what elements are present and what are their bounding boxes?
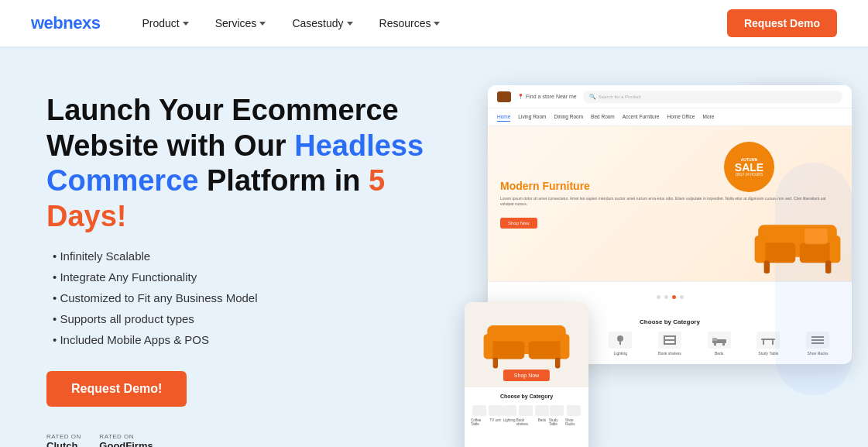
- bookshelves-icon: [658, 332, 681, 349]
- hero-right-mockups: + 📍 Find a store Near me 🔍 Search for a …: [465, 85, 837, 447]
- svg-rect-25: [674, 335, 676, 345]
- mobile-icon-1: Coffee Table: [471, 405, 489, 426]
- svg-rect-20: [619, 342, 621, 345]
- svg-rect-22: [664, 339, 676, 341]
- nav-item-services[interactable]: Services: [204, 11, 277, 36]
- mobile-cat-label-2: TV unit: [490, 418, 501, 422]
- bullet-2: Integrate Any Functionality: [46, 270, 449, 284]
- cat-beds[interactable]: Beds: [708, 332, 731, 356]
- svg-rect-23: [664, 343, 676, 345]
- svg-rect-21: [664, 335, 676, 337]
- bullet-1: Infinitely Scalable: [46, 249, 449, 263]
- mobile-icon-box-5: [535, 405, 549, 416]
- clutch-name: Clutch: [46, 440, 77, 447]
- svg-rect-42: [555, 358, 560, 369]
- mobile-shop-now-button[interactable]: Shop Now: [503, 370, 550, 381]
- sale-badge: AUTUMN SALE ONLY 24 HOURS: [724, 142, 774, 192]
- mobile-sofa-area: Shop Now: [465, 302, 588, 387]
- hero-left: Launch Your Ecommerce Website with Our H…: [46, 85, 449, 447]
- chevron-down-icon: [434, 22, 440, 26]
- nav-item-resources[interactable]: Resources: [369, 11, 451, 36]
- nav-item-casestudy[interactable]: Casestudy: [281, 11, 363, 36]
- mobile-cat-label-5: Beds: [538, 418, 546, 422]
- navbar: webnexs Product Services Casestudy Resou…: [0, 0, 868, 46]
- mockup-nav-bed[interactable]: Bed Room: [591, 112, 615, 122]
- svg-rect-40: [560, 334, 569, 359]
- svg-rect-41: [493, 358, 498, 369]
- mockup-topbar: 📍 Find a store Near me 🔍 Search for a Pr…: [488, 85, 852, 108]
- mobile-category-section: Choose by Category Coffee Table TV unit …: [465, 387, 588, 435]
- mobile-cat-label-7: Shoe Racks: [565, 418, 582, 426]
- cat-lighting[interactable]: Lighting: [609, 332, 632, 356]
- bullet-4: Supports all product types: [46, 312, 449, 325]
- svg-point-19: [617, 335, 623, 342]
- dot-4[interactable]: [680, 295, 684, 299]
- nav-request-demo-button[interactable]: Request Demo: [727, 9, 837, 37]
- hero-request-demo-button[interactable]: Request Demo!: [46, 371, 187, 407]
- feature-list: Infinitely Scalable Integrate Any Functi…: [46, 249, 449, 346]
- mobile-icon-box-2: [489, 405, 503, 416]
- nav-item-product[interactable]: Product: [131, 11, 199, 36]
- dot-3[interactable]: [672, 295, 676, 299]
- trust-badges: RATED ON Clutch ★★★★★ 4.9 RATING RATED O…: [46, 433, 449, 447]
- svg-rect-13: [805, 229, 828, 244]
- mockup-nav: Home Living Room Dining Room Bed Room Ac…: [488, 108, 852, 126]
- mockup-shop-now-button[interactable]: Shop Now: [500, 218, 537, 229]
- mockup-location: 📍 Find a store Near me: [517, 94, 577, 100]
- mockup-hero-para: Lorem ipsum dolor sit amet consectetur. …: [500, 196, 839, 208]
- svg-rect-12: [825, 260, 831, 273]
- mockup-search-bar[interactable]: 🔍 Search for a Product: [583, 91, 842, 103]
- svg-rect-9: [755, 236, 766, 263]
- mockup-nav-home[interactable]: Home: [497, 112, 510, 122]
- mockup-nav-dining[interactable]: Dining Room: [554, 112, 583, 122]
- mobile-icon-2: TV unit: [489, 405, 503, 426]
- sofa-illustration: [751, 208, 844, 281]
- mobile-cat-label-4: Book shelves: [516, 418, 535, 426]
- goodfirms-prefix: RATED ON: [99, 433, 134, 440]
- mobile-icon-7: Shoe Racks: [565, 405, 582, 426]
- mobile-category-title: Choose by Category: [471, 394, 582, 399]
- svg-rect-24: [664, 335, 665, 345]
- mobile-icon-4: Book shelves: [516, 405, 535, 426]
- chevron-down-icon: [183, 22, 189, 26]
- nav-links: Product Services Casestudy Resources: [131, 11, 727, 36]
- sofa-svg: [751, 208, 844, 281]
- svg-rect-27: [712, 338, 717, 341]
- brand-logo[interactable]: webnexs: [31, 13, 100, 33]
- svg-rect-31: [763, 340, 764, 345]
- svg-rect-10: [830, 236, 841, 263]
- hero-section: Launch Your Ecommerce Website with Our H…: [0, 46, 868, 447]
- dot-1[interactable]: [657, 295, 660, 299]
- mobile-icon-6: Study Table: [549, 405, 565, 426]
- svg-rect-28: [714, 343, 716, 346]
- svg-rect-32: [772, 340, 774, 345]
- mockup-nav-homeoffice[interactable]: Home Office: [667, 112, 695, 122]
- beds-icon: [708, 332, 731, 349]
- mobile-icon-5: Beds: [535, 405, 549, 426]
- mockup-nav-accent[interactable]: Accent Furniture: [623, 112, 660, 122]
- mobile-icons-row-1: Coffee Table TV unit Lighting Book shelv…: [471, 405, 582, 426]
- dot-2[interactable]: [664, 295, 668, 299]
- mobile-icon-box-6: [550, 405, 564, 416]
- clutch-badge: RATED ON Clutch ★★★★★ 4.9 RATING: [46, 433, 84, 447]
- svg-rect-38: [529, 341, 564, 359]
- mockup-hero-area: Modern Furniture Lorem ipsum dolor sit a…: [488, 126, 852, 281]
- mobile-cat-label-6: Study Table: [549, 418, 565, 426]
- svg-rect-30: [761, 339, 775, 340]
- mockup-brand-icon: [497, 91, 511, 102]
- goodfirms-name: GoodFirms: [99, 440, 153, 447]
- mobile-icon-box-1: [472, 405, 486, 416]
- bullet-5: Included Mobile Apps & POS: [46, 333, 449, 346]
- svg-rect-37: [489, 341, 524, 359]
- svg-rect-11: [764, 260, 770, 273]
- lighting-icon: [609, 332, 632, 349]
- mockup-nav-more[interactable]: More: [702, 112, 714, 122]
- mockup-nav-living[interactable]: Living Room: [518, 112, 546, 122]
- mobile-icon-3: Lighting: [503, 405, 516, 426]
- clutch-prefix: RATED ON: [46, 433, 81, 440]
- cat-bookshelves[interactable]: Book shelves: [658, 332, 681, 356]
- hero-title: Launch Your Ecommerce Website with Our H…: [46, 93, 449, 234]
- mobile-icon-box-7: [567, 405, 581, 416]
- bullet-3: Customized to Fit any Business Model: [46, 291, 449, 304]
- mockup-hero-heading: Modern Furniture: [500, 180, 839, 192]
